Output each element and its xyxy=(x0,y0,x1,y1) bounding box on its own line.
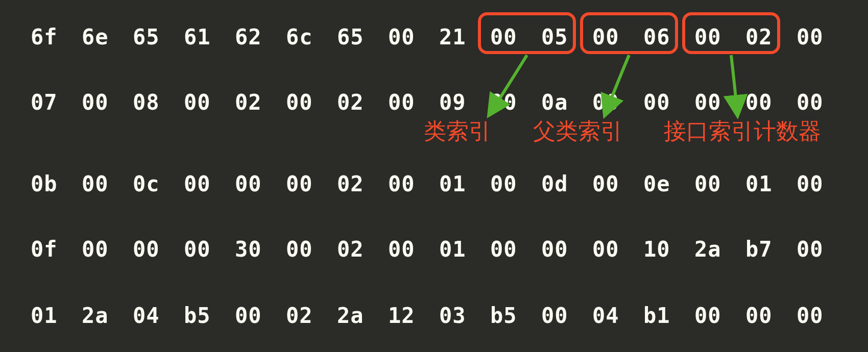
hex-byte: 12 xyxy=(388,305,439,326)
hex-byte: 6e xyxy=(82,27,133,48)
hex-byte: 02 xyxy=(337,173,388,195)
hex-row-1: 07 00 08 00 02 00 02 00 09 00 0a 00 00 0… xyxy=(31,92,848,113)
hex-byte: 01 xyxy=(31,305,82,326)
hex-byte: 6c xyxy=(286,27,337,48)
hex-byte: 0a xyxy=(541,92,592,113)
hex-byte: 08 xyxy=(133,92,184,113)
hex-byte: 00 xyxy=(592,239,643,260)
hex-byte: 0f xyxy=(31,239,82,260)
hex-row-4: 01 2a 04 b5 00 02 2a 12 03 b5 00 04 b1 0… xyxy=(31,305,848,326)
hex-byte: 00 xyxy=(797,239,848,260)
hex-byte: 2a xyxy=(694,239,745,260)
hex-byte: 0d xyxy=(541,173,592,195)
hex-byte: 2a xyxy=(337,305,388,326)
hex-byte: 04 xyxy=(592,305,643,326)
hex-byte: 00 xyxy=(184,239,235,260)
hex-byte: 00 xyxy=(490,239,541,260)
hex-byte: b1 xyxy=(643,305,694,326)
hex-byte: 00 xyxy=(745,305,797,326)
hex-byte: 65 xyxy=(133,27,184,48)
hex-byte: 00 xyxy=(235,305,286,326)
highlight-interfaces-count xyxy=(682,12,780,54)
hex-byte: 00 xyxy=(184,92,235,113)
hex-byte: 00 xyxy=(797,305,848,326)
hex-byte: 00 xyxy=(745,92,797,113)
hex-byte: b7 xyxy=(745,239,797,260)
hex-byte: 0b xyxy=(31,173,82,195)
hex-byte: 00 xyxy=(694,92,745,113)
hex-byte: 30 xyxy=(235,239,286,260)
highlight-super-class-index xyxy=(580,12,678,54)
label-class-index: 类索引 xyxy=(424,116,491,146)
hex-byte: 62 xyxy=(235,27,286,48)
label-interfaces-count: 接口索引计数器 xyxy=(664,116,821,146)
hex-byte: 02 xyxy=(337,92,388,113)
hex-byte: 00 xyxy=(286,173,337,195)
hex-byte: 04 xyxy=(133,305,184,326)
hex-byte: 00 xyxy=(490,92,541,113)
hex-byte: 00 xyxy=(694,173,745,195)
hex-byte: 00 xyxy=(541,239,592,260)
hex-byte: b5 xyxy=(184,305,235,326)
hex-byte: 00 xyxy=(388,239,439,260)
hex-byte: 02 xyxy=(286,305,337,326)
hex-byte: 00 xyxy=(797,27,848,48)
hex-byte: 01 xyxy=(439,173,490,195)
hex-byte: 00 xyxy=(541,305,592,326)
hex-byte: 10 xyxy=(643,239,694,260)
hex-byte: 00 xyxy=(388,27,439,48)
hex-byte: 00 xyxy=(490,173,541,195)
hex-byte: 00 xyxy=(286,92,337,113)
hex-byte: 00 xyxy=(184,173,235,195)
highlight-class-index xyxy=(478,12,576,54)
hex-byte: 00 xyxy=(388,173,439,195)
hex-byte: 00 xyxy=(388,92,439,113)
hex-byte: 00 xyxy=(286,239,337,260)
hex-byte: 00 xyxy=(82,239,133,260)
hex-byte: 2a xyxy=(82,305,133,326)
hex-row-3: 0f 00 00 00 30 00 02 00 01 00 00 00 10 2… xyxy=(31,239,848,260)
hex-byte: 02 xyxy=(235,92,286,113)
hex-byte: 0e xyxy=(643,173,694,195)
hex-row-2: 0b 00 0c 00 00 00 02 00 01 00 0d 00 0e 0… xyxy=(31,173,848,195)
hex-byte: 00 xyxy=(797,173,848,195)
hex-byte: 02 xyxy=(337,239,388,260)
hex-byte: 01 xyxy=(745,173,797,195)
hex-byte: 03 xyxy=(439,305,490,326)
hex-byte: 00 xyxy=(694,305,745,326)
hex-byte: 00 xyxy=(643,92,694,113)
hex-byte: 61 xyxy=(184,27,235,48)
hex-dump-diagram: 6f 6e 65 61 62 6c 65 00 21 00 05 00 06 0… xyxy=(0,0,868,352)
hex-byte: 00 xyxy=(592,92,643,113)
hex-byte: b5 xyxy=(490,305,541,326)
label-super-class-index: 父类索引 xyxy=(533,116,623,146)
hex-byte: 01 xyxy=(439,239,490,260)
hex-byte: 07 xyxy=(31,92,82,113)
hex-byte: 09 xyxy=(439,92,490,113)
hex-byte: 00 xyxy=(592,173,643,195)
hex-byte: 0c xyxy=(133,173,184,195)
hex-byte: 00 xyxy=(235,173,286,195)
hex-byte: 6f xyxy=(31,27,82,48)
hex-byte: 65 xyxy=(337,27,388,48)
hex-byte: 00 xyxy=(133,239,184,260)
hex-byte: 00 xyxy=(82,173,133,195)
hex-byte: 00 xyxy=(82,92,133,113)
hex-byte: 00 xyxy=(797,92,848,113)
